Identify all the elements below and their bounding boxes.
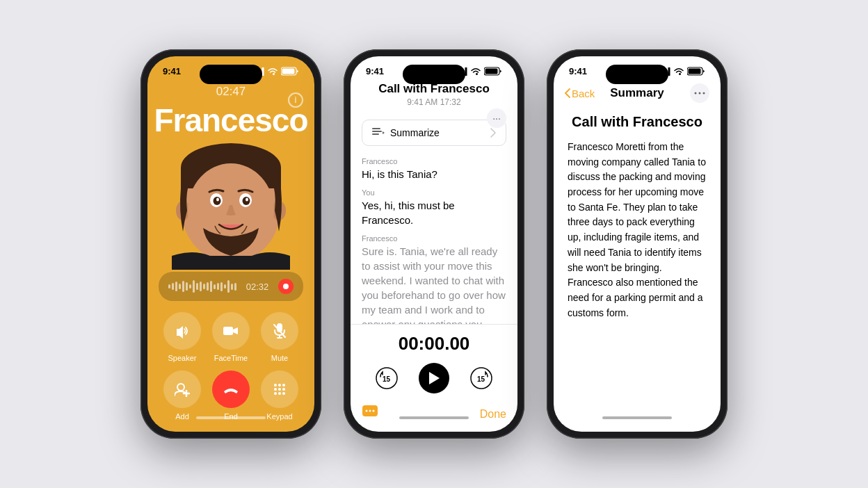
svg-point-18: [283, 284, 289, 289]
done-button[interactable]: Done: [480, 408, 506, 421]
svg-point-33: [274, 392, 277, 395]
summarize-button[interactable]: Summarize: [362, 120, 506, 146]
speaker-button[interactable]: Speaker: [159, 312, 206, 362]
wifi-icon-2: [470, 67, 481, 76]
svg-point-16: [216, 198, 219, 202]
transcript-message-3: Francesco Sure is. Tania, we're all read…: [362, 234, 506, 324]
facetime-button[interactable]: FaceTime: [207, 312, 255, 362]
message-text-3: Sure is. Tania, we're all ready to assis…: [362, 244, 506, 324]
svg-point-24: [177, 384, 184, 391]
summary-nav-title: Summary: [610, 86, 664, 100]
add-icon-circle: [163, 371, 201, 408]
svg-point-51: [369, 410, 371, 412]
svg-point-61: [703, 92, 705, 95]
summary-more-button[interactable]: [690, 83, 709, 103]
transcript-message-1: Francesco Hi, is this Tania?: [362, 157, 506, 181]
caller-name: Francesco: [147, 101, 314, 139]
playback-controls: 15 15: [374, 363, 494, 393]
controls-row-2: Add End Keypad: [159, 371, 303, 421]
summary-text: Francesco Moretti from the moving compan…: [568, 140, 707, 320]
dynamic-island-3: [606, 65, 668, 84]
svg-text:15: 15: [477, 375, 485, 383]
svg-point-32: [282, 388, 285, 391]
mute-button[interactable]: Mute: [256, 312, 303, 362]
end-button[interactable]: End: [207, 371, 255, 421]
playback-timer: 00:00.00: [399, 333, 470, 355]
svg-point-17: [246, 198, 248, 202]
phone-active-call: 9:41 i 02:47 Francesco: [140, 49, 321, 439]
keypad-button[interactable]: Keypad: [256, 371, 303, 421]
battery-icon-2: [484, 67, 502, 76]
dynamic-island-2: [403, 65, 465, 84]
message-text-1: Hi, is this Tania?: [362, 167, 506, 181]
skip-forward-button[interactable]: 15: [469, 366, 494, 391]
end-icon-circle: [212, 371, 250, 408]
status-time-2: 9:41: [366, 66, 384, 76]
keypad-icon-circle: [261, 371, 298, 408]
recording-time: 02:32: [246, 282, 269, 292]
svg-rect-42: [372, 128, 380, 129]
svg-point-27: [274, 384, 277, 387]
facetime-icon-circle: [212, 312, 250, 350]
transcript-title: Call with Francesco: [378, 82, 490, 96]
summarize-label: Summarize: [390, 127, 440, 138]
svg-point-30: [274, 388, 277, 391]
home-indicator-2: [399, 416, 469, 419]
speaker-label: Speaker: [168, 354, 197, 362]
chevron-right-icon: [490, 128, 496, 138]
recording-bar: 02:32: [159, 272, 303, 301]
speaker-icon-circle: [163, 312, 201, 350]
summary-body: Call with Francesco Francesco Moretti fr…: [554, 108, 721, 432]
add-button[interactable]: Add: [159, 371, 206, 421]
svg-point-50: [366, 410, 368, 412]
svg-point-31: [278, 388, 281, 391]
home-indicator-3: [602, 416, 672, 419]
facetime-label: FaceTime: [214, 354, 248, 362]
svg-rect-41: [485, 69, 498, 74]
svg-point-52: [373, 410, 375, 412]
memoji-container: [147, 139, 314, 272]
status-time-3: 9:41: [569, 66, 587, 76]
battery-icon: [281, 67, 299, 76]
transcript-body: Francesco Hi, is this Tania? You Yes, hi…: [351, 152, 517, 324]
summary-call-title: Call with Francesco: [568, 114, 707, 130]
dynamic-island: [200, 65, 262, 84]
svg-rect-43: [372, 131, 382, 132]
playback-section: 00:00.00 15 15: [351, 324, 517, 399]
speaker-1: Francesco: [362, 157, 506, 165]
controls-row-1: Speaker FaceTime Mute: [159, 312, 303, 362]
home-indicator-1: [196, 416, 266, 419]
svg-rect-5: [282, 69, 295, 74]
svg-text:15: 15: [383, 375, 391, 383]
summarize-icon: [372, 127, 385, 138]
call-controls: Speaker FaceTime Mute: [147, 312, 314, 432]
battery-icon-3: [687, 67, 705, 76]
speaker-2: You: [362, 188, 506, 197]
add-label: Add: [175, 412, 189, 421]
transcript-message-2: You Yes, hi, this must be Francesco.: [362, 188, 506, 227]
chat-icon[interactable]: [362, 405, 378, 423]
play-button[interactable]: [419, 363, 449, 393]
message-text-2: Yes, hi, this must be Francesco.: [362, 198, 506, 227]
back-label: Back: [572, 88, 595, 99]
back-button[interactable]: Back: [565, 88, 595, 99]
mute-icon-circle: [261, 312, 298, 350]
info-icon[interactable]: i: [288, 92, 303, 108]
more-options-button[interactable]: ···: [487, 108, 506, 128]
skip-back-button[interactable]: 15: [374, 366, 399, 391]
wifi-icon: [267, 67, 278, 76]
waveform: [168, 280, 236, 293]
phone-summary: 9:41 Back Summary Call with Francesco: [547, 49, 728, 439]
svg-rect-58: [689, 69, 701, 74]
phone-transcript: 9:41 Call with Francesco 9:41 AM 17:32 ·…: [344, 49, 524, 439]
svg-rect-44: [372, 133, 379, 135]
svg-point-28: [278, 384, 281, 387]
memoji-avatar: [172, 141, 290, 270]
summarize-left: Summarize: [372, 127, 440, 138]
svg-point-60: [699, 92, 701, 95]
record-button[interactable]: [278, 279, 294, 294]
svg-point-34: [278, 392, 281, 395]
mute-label: Mute: [271, 354, 288, 362]
transcript-subtitle: 9:41 AM 17:32: [378, 97, 490, 107]
svg-point-35: [282, 392, 285, 395]
